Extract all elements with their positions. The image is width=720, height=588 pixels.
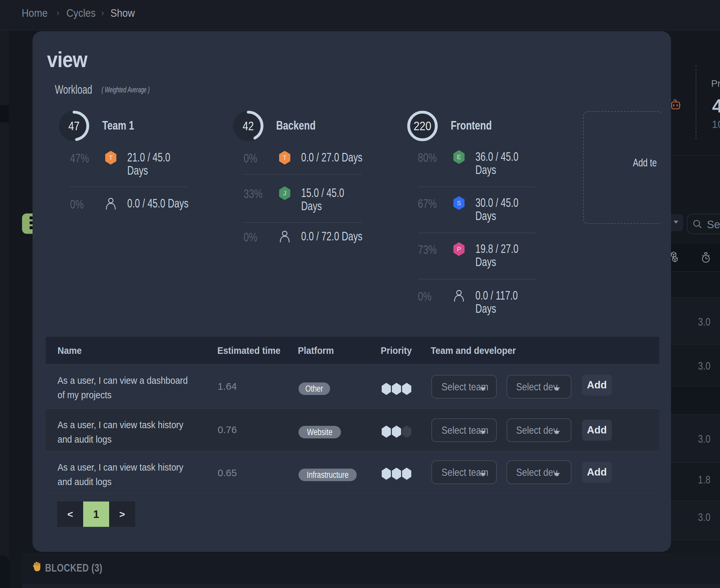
svg-text:E: E — [457, 153, 461, 161]
svg-text:P: P — [457, 246, 461, 253]
svg-text:47: 47 — [68, 119, 80, 133]
svg-text:J: J — [283, 190, 287, 197]
svg-text:42: 42 — [242, 119, 254, 133]
svg-text:S: S — [457, 200, 461, 207]
svg-text:220: 220 — [414, 119, 431, 133]
svg-text:T: T — [283, 154, 287, 161]
svg-text:T: T — [109, 154, 113, 161]
